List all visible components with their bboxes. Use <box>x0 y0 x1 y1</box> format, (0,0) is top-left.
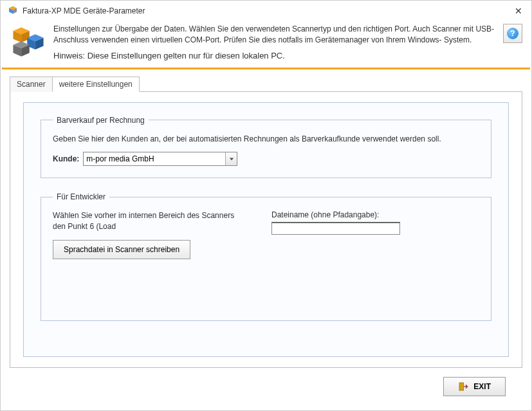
group-developer: Für Entwickler Wählen Sie vorher im inte… <box>41 192 491 321</box>
header-description: Einstellungen zur Übergabe der Daten. Wä… <box>53 24 497 46</box>
svg-rect-13 <box>459 383 464 390</box>
developer-left: Wählen Sie vorher im internen Bereich de… <box>53 210 246 259</box>
exit-label: EXIT <box>473 382 491 391</box>
titlebar: Faktura-XP MDE Geräte-Parameter ✕ <box>1 1 531 21</box>
cubes-icon <box>10 24 47 61</box>
header-text: Einstellungen zur Übergabe der Daten. Wä… <box>53 24 497 62</box>
close-button[interactable]: ✕ <box>512 6 525 16</box>
kunde-combobox[interactable] <box>83 152 237 166</box>
barverkauf-description: Geben Sie hier den Kunden an, der bei au… <box>53 134 479 145</box>
header: Einstellungen zur Übergabe der Daten. Wä… <box>1 21 531 68</box>
header-hint: Hinweis: Diese Einstellungen gelten nur … <box>53 50 497 62</box>
kunde-input[interactable] <box>84 152 225 165</box>
write-language-file-button[interactable]: Sprachdatei in Scanner schreiben <box>53 240 190 259</box>
exit-button[interactable]: EXIT <box>443 377 506 396</box>
developer-row: Wählen Sie vorher im internen Bereich de… <box>53 210 479 259</box>
chevron-down-icon <box>229 156 234 161</box>
exit-icon <box>458 381 468 392</box>
window-title: Faktura-XP MDE Geräte-Parameter <box>23 6 512 15</box>
tab-bar: Scanner weitere Einstellungen <box>10 76 522 91</box>
filename-label: Dateiname (ohne Pfadangabe): <box>271 210 400 219</box>
dialog-window: Faktura-XP MDE Geräte-Parameter ✕ Ein <box>0 0 532 411</box>
tab-panel: Barverkauf per Rechnung Geben Sie hier d… <box>10 91 522 368</box>
developer-description: Wählen Sie vorher im internen Bereich de… <box>53 210 246 232</box>
help-button[interactable]: ? <box>503 24 522 43</box>
app-icon <box>7 5 19 17</box>
group-barverkauf: Barverkauf per Rechnung Geben Sie hier d… <box>41 116 491 179</box>
tab-weitere-einstellungen[interactable]: weitere Einstellungen <box>52 77 140 92</box>
kunde-label: Kunde: <box>53 154 79 163</box>
kunde-dropdown-button[interactable] <box>225 152 237 165</box>
inner-panel: Barverkauf per Rechnung Geben Sie hier d… <box>23 102 509 357</box>
svg-marker-12 <box>230 158 234 161</box>
orange-divider <box>2 68 530 69</box>
tab-scanner[interactable]: Scanner <box>10 77 53 92</box>
footer: EXIT <box>1 368 531 410</box>
legend-barverkauf: Barverkauf per Rechnung <box>53 116 149 125</box>
help-icon: ? <box>507 28 518 39</box>
kunde-row: Kunde: <box>53 152 479 166</box>
filename-input[interactable] <box>271 222 400 235</box>
developer-right: Dateiname (ohne Pfadangabe): <box>271 210 400 235</box>
legend-developer: Für Entwickler <box>53 192 109 201</box>
